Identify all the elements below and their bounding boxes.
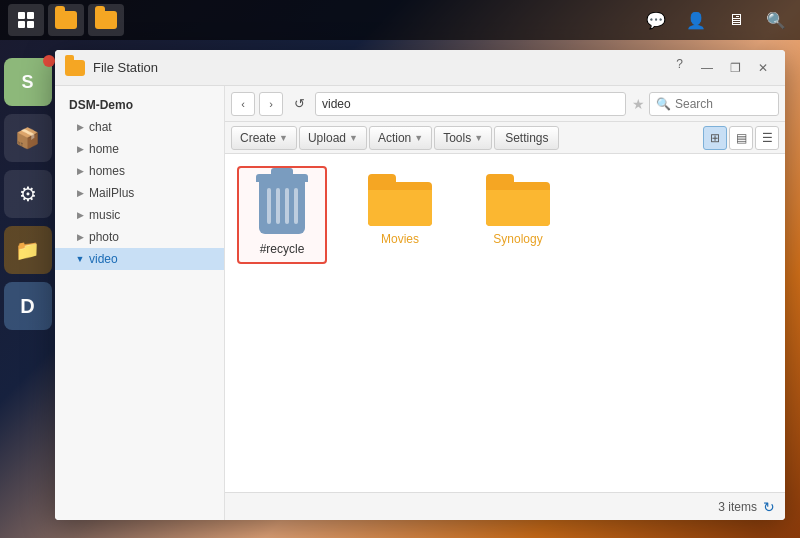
control-panel-icon[interactable]: ⚙ bbox=[4, 170, 52, 218]
synology-drive-label: S bbox=[21, 72, 33, 93]
search-icon-button[interactable]: 🔍 bbox=[760, 4, 792, 36]
sidebar-item-photo[interactable]: ▶ photo bbox=[55, 226, 224, 248]
status-bar: 3 items ↻ bbox=[225, 492, 785, 520]
taskbar-folder2-button[interactable] bbox=[88, 4, 124, 36]
file-name: #recycle bbox=[260, 242, 305, 256]
sidebar-label-video: video bbox=[89, 252, 118, 266]
item-count: 3 items bbox=[718, 500, 757, 514]
file-name: Movies bbox=[381, 232, 419, 246]
package-center-icon[interactable]: 📦 bbox=[4, 114, 52, 162]
file-area: #recycle Movies bbox=[225, 154, 785, 492]
trash-body bbox=[259, 182, 305, 234]
window-folder-icon bbox=[65, 60, 85, 76]
sidebar-label-home: home bbox=[89, 142, 119, 156]
sidebar-item-home[interactable]: ▶ home bbox=[55, 138, 224, 160]
create-label: Create bbox=[240, 131, 276, 145]
back-button[interactable]: ‹ bbox=[231, 92, 255, 116]
tools-arrow-icon: ▼ bbox=[474, 133, 483, 143]
folder-icon bbox=[486, 174, 550, 226]
close-button[interactable]: ✕ bbox=[751, 57, 775, 79]
tools-button[interactable]: Tools ▼ bbox=[434, 126, 492, 150]
chat-icon-button[interactable]: 💬 bbox=[640, 4, 672, 36]
sidebar-item-chat[interactable]: ▶ chat bbox=[55, 116, 224, 138]
folder-front bbox=[486, 190, 550, 226]
chevron-right-icon: ▶ bbox=[75, 232, 85, 242]
tools-label: Tools bbox=[443, 131, 471, 145]
search-input[interactable] bbox=[675, 97, 765, 111]
details-view-button[interactable]: ☰ bbox=[755, 126, 779, 150]
sidebar-label-homes: homes bbox=[89, 164, 125, 178]
side-icons: S 📦 ⚙ 📁 D bbox=[0, 50, 55, 338]
maximize-button[interactable]: ❐ bbox=[723, 57, 747, 79]
grid-icon bbox=[18, 12, 34, 28]
app-grid-button[interactable] bbox=[8, 4, 44, 36]
refresh-icon: ↺ bbox=[294, 96, 305, 111]
notification-badge bbox=[43, 55, 55, 67]
help-button[interactable]: ? bbox=[676, 57, 683, 79]
trash-lid bbox=[256, 174, 308, 182]
taskbar-folder1-button[interactable] bbox=[48, 4, 84, 36]
folder-icon bbox=[368, 174, 432, 226]
minimize-button[interactable]: — bbox=[695, 57, 719, 79]
refresh-button[interactable]: ↺ bbox=[287, 92, 311, 116]
settings-button[interactable]: Settings bbox=[494, 126, 559, 150]
action-label: Action bbox=[378, 131, 411, 145]
grid-view-icon: ⊞ bbox=[710, 131, 720, 145]
list-view-icon: ▤ bbox=[736, 131, 747, 145]
trash-line bbox=[276, 188, 280, 224]
sidebar-item-music[interactable]: ▶ music bbox=[55, 204, 224, 226]
chevron-right-icon: ▶ bbox=[75, 188, 85, 198]
window-title: File Station bbox=[93, 60, 676, 75]
sidebar-item-video[interactable]: ▼ video bbox=[55, 248, 224, 270]
action-arrow-icon: ▼ bbox=[414, 133, 423, 143]
action-button[interactable]: Action ▼ bbox=[369, 126, 432, 150]
settings-label: Settings bbox=[505, 131, 548, 145]
trash-line bbox=[294, 188, 298, 224]
dsm-icon[interactable]: D bbox=[4, 282, 52, 330]
list-item[interactable]: #recycle bbox=[237, 166, 327, 264]
taskbar-right: 💬 👤 🖥 🔍 bbox=[640, 4, 792, 36]
window-body: DSM-Demo ▶ chat ▶ home ▶ homes ▶ MailPlu… bbox=[55, 86, 785, 520]
chevron-right-icon: ▶ bbox=[75, 210, 85, 220]
bookmark-star-icon[interactable]: ★ bbox=[632, 96, 645, 112]
chevron-right-icon: ▶ bbox=[75, 122, 85, 132]
forward-button[interactable]: › bbox=[259, 92, 283, 116]
folder-icon bbox=[55, 11, 77, 29]
list-view-button[interactable]: ▤ bbox=[729, 126, 753, 150]
address-toolbar: ‹ › ↺ ★ 🔍 bbox=[225, 86, 785, 122]
list-item[interactable]: Movies bbox=[355, 166, 445, 264]
grid-view-button[interactable]: ⊞ bbox=[703, 126, 727, 150]
create-button[interactable]: Create ▼ bbox=[231, 126, 297, 150]
list-item[interactable]: Synology bbox=[473, 166, 563, 264]
recycle-bin-icon bbox=[254, 174, 310, 238]
folder-icon: 📁 bbox=[15, 238, 40, 262]
sidebar: DSM-Demo ▶ chat ▶ home ▶ homes ▶ MailPlu… bbox=[55, 86, 225, 520]
upload-label: Upload bbox=[308, 131, 346, 145]
upload-button[interactable]: Upload ▼ bbox=[299, 126, 367, 150]
package-icon: 📦 bbox=[15, 126, 40, 150]
display-icon-button[interactable]: 🖥 bbox=[720, 4, 752, 36]
sidebar-label-mailplus: MailPlus bbox=[89, 186, 134, 200]
search-icon: 🔍 bbox=[656, 97, 671, 111]
gear-icon: ⚙ bbox=[19, 182, 37, 206]
status-refresh-button[interactable]: ↻ bbox=[763, 499, 775, 515]
details-view-icon: ☰ bbox=[762, 131, 773, 145]
folder-icon bbox=[95, 11, 117, 29]
chevron-right-icon: ▶ bbox=[75, 166, 85, 176]
synology-drive-icon[interactable]: S bbox=[4, 58, 52, 106]
window-controls: ? — ❐ ✕ bbox=[676, 57, 775, 79]
file-name: Synology bbox=[493, 232, 542, 246]
file-station-taskbar-icon[interactable]: 📁 bbox=[4, 226, 52, 274]
back-arrow-icon: ‹ bbox=[241, 98, 245, 110]
upload-arrow-icon: ▼ bbox=[349, 133, 358, 143]
taskbar-top: 💬 👤 🖥 🔍 bbox=[0, 0, 800, 40]
sidebar-item-homes[interactable]: ▶ homes bbox=[55, 160, 224, 182]
dsm-label: D bbox=[20, 295, 34, 318]
search-box: 🔍 bbox=[649, 92, 779, 116]
main-content: ‹ › ↺ ★ 🔍 bbox=[225, 86, 785, 520]
user-icon-button[interactable]: 👤 bbox=[680, 4, 712, 36]
sidebar-item-mailplus[interactable]: ▶ MailPlus bbox=[55, 182, 224, 204]
sidebar-label-photo: photo bbox=[89, 230, 119, 244]
forward-arrow-icon: › bbox=[269, 98, 273, 110]
address-input[interactable] bbox=[315, 92, 626, 116]
